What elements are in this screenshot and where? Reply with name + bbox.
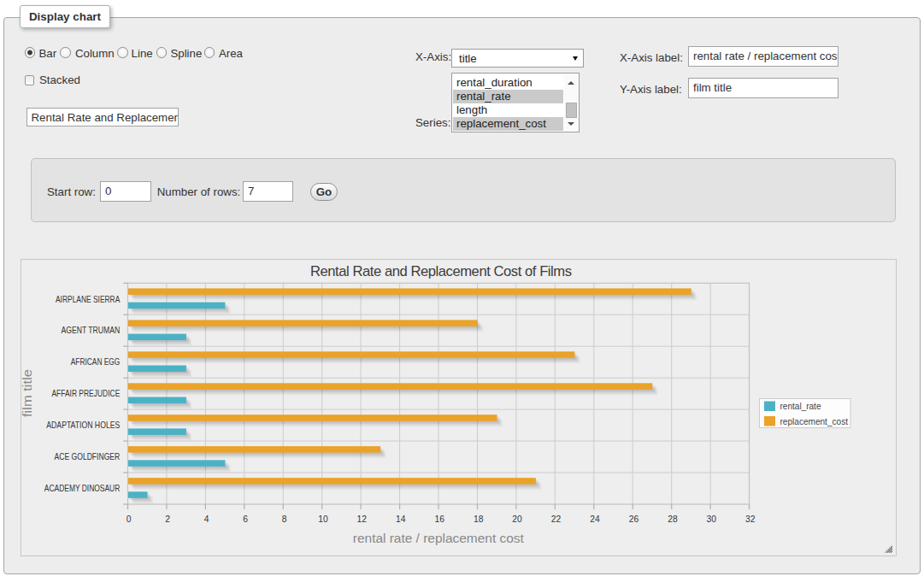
svg-text:AFRICAN EGG: AFRICAN EGG <box>71 356 121 367</box>
svg-text:6: 6 <box>243 514 248 524</box>
svg-text:24: 24 <box>590 514 600 524</box>
svg-text:20: 20 <box>512 514 522 524</box>
svg-text:10: 10 <box>318 514 328 524</box>
svg-text:30: 30 <box>707 514 717 524</box>
svg-text:replacement_cost: replacement_cost <box>780 416 849 426</box>
svg-text:8: 8 <box>282 514 287 524</box>
svg-text:Rental Rate and Replacement Co: Rental Rate and Replacement Cost of Film… <box>310 263 572 279</box>
svg-text:rental rate / replacement cost: rental rate / replacement cost <box>353 531 525 545</box>
svg-text:12: 12 <box>357 514 368 524</box>
svg-text:18: 18 <box>474 514 484 524</box>
svg-text:28: 28 <box>668 514 678 524</box>
svg-text:rental_rate: rental_rate <box>780 401 821 411</box>
svg-text:2: 2 <box>165 514 170 524</box>
svg-text:ADAPTATION HOLES: ADAPTATION HOLES <box>46 420 120 430</box>
svg-text:22: 22 <box>551 514 562 524</box>
svg-text:AIRPLANE SIERRA: AIRPLANE SIERRA <box>56 294 121 304</box>
svg-text:26: 26 <box>629 514 639 524</box>
svg-text:AFFAIR PREJUDICE: AFFAIR PREJUDICE <box>51 388 120 398</box>
svg-text:film title: film title <box>21 369 34 417</box>
svg-text:0: 0 <box>127 514 132 524</box>
svg-text:32: 32 <box>745 514 756 524</box>
svg-text:14: 14 <box>396 514 406 524</box>
svg-text:ACE GOLDFINGER: ACE GOLDFINGER <box>55 451 121 461</box>
svg-text:AGENT TRUMAN: AGENT TRUMAN <box>62 325 121 335</box>
svg-text:4: 4 <box>204 514 209 524</box>
svg-text:16: 16 <box>434 514 444 524</box>
svg-text:ACADEMY DINOSAUR: ACADEMY DINOSAUR <box>44 483 121 493</box>
